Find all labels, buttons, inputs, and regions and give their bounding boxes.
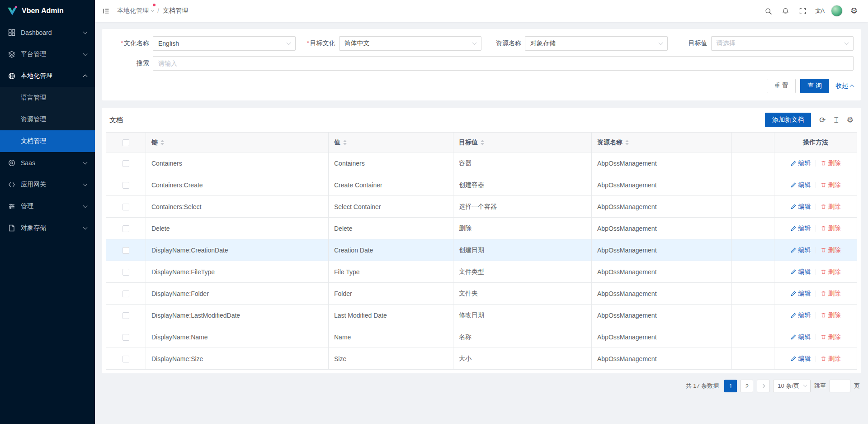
trash-icon bbox=[821, 356, 826, 362]
sidebar-item-dashboard[interactable]: Dashboard bbox=[0, 22, 95, 43]
row-checkbox[interactable] bbox=[123, 291, 129, 297]
table-settings-icon[interactable]: ⚙ bbox=[847, 116, 854, 124]
saas-icon bbox=[8, 159, 15, 167]
row-checkbox[interactable] bbox=[123, 334, 129, 341]
target-value-select[interactable]: 请选择 bbox=[711, 36, 854, 51]
delete-button[interactable]: 删除 bbox=[821, 311, 841, 319]
edit-button[interactable]: 编辑 bbox=[791, 203, 811, 211]
cell-resource: AbpOssManagement bbox=[592, 261, 732, 283]
sidebar-item-platform[interactable]: 平台管理 bbox=[0, 43, 95, 65]
field-resource-name: 资源名称 对象存储 bbox=[481, 36, 668, 51]
cell-resource: AbpOssManagement bbox=[592, 326, 732, 348]
logo-icon bbox=[6, 5, 18, 17]
edit-button[interactable]: 编辑 bbox=[791, 268, 811, 276]
delete-button[interactable]: 删除 bbox=[821, 268, 841, 276]
sort-icon[interactable] bbox=[625, 140, 629, 145]
trash-icon bbox=[821, 247, 826, 253]
row-checkbox[interactable] bbox=[123, 225, 129, 232]
delete-button[interactable]: 删除 bbox=[821, 203, 841, 211]
sidebar-item-language-management[interactable]: 语言管理 bbox=[0, 87, 95, 109]
page-jump-input[interactable] bbox=[830, 380, 850, 392]
field-search: 搜索 bbox=[109, 56, 854, 71]
translate-icon[interactable]: 文A bbox=[812, 2, 827, 20]
collapse-link[interactable]: 收起 bbox=[835, 82, 854, 90]
resource-name-select[interactable]: 对象存储 bbox=[525, 36, 668, 51]
sidebar-item-management[interactable]: 管理 bbox=[0, 195, 95, 217]
add-document-button[interactable]: 添加新文档 bbox=[765, 113, 811, 127]
sidebar-item-object-storage[interactable]: 对象存储 bbox=[0, 217, 95, 239]
dashboard-icon bbox=[8, 29, 15, 36]
edit-button[interactable]: 编辑 bbox=[791, 290, 811, 298]
page-button-1[interactable]: 1 bbox=[724, 380, 737, 392]
edit-button[interactable]: 编辑 bbox=[791, 181, 811, 189]
query-button[interactable]: 查 询 bbox=[800, 79, 829, 93]
cell-value: Last Modified Date bbox=[329, 305, 453, 326]
chevron-down-icon bbox=[844, 41, 849, 45]
bell-icon[interactable] bbox=[778, 2, 793, 20]
sidebar-item-resource-management[interactable]: 资源管理 bbox=[0, 109, 95, 130]
delete-button[interactable]: 删除 bbox=[821, 290, 841, 298]
page-button-2[interactable]: 2 bbox=[741, 380, 753, 392]
row-checkbox[interactable] bbox=[123, 312, 129, 319]
search-icon[interactable] bbox=[760, 2, 776, 20]
sidebar-item-saas[interactable]: Saas bbox=[0, 152, 95, 174]
delete-button[interactable]: 删除 bbox=[821, 246, 841, 254]
column-header-value: 值 bbox=[329, 133, 453, 152]
cell-target: 大小 bbox=[453, 348, 592, 370]
required-asterisk: * bbox=[121, 39, 123, 47]
sidebar-item-gateway[interactable]: 应用网关 bbox=[0, 174, 95, 195]
row-checkbox[interactable] bbox=[123, 247, 129, 254]
gear-icon[interactable]: ⚙ bbox=[846, 2, 862, 20]
sort-icon[interactable] bbox=[160, 140, 164, 145]
cell-spacer bbox=[732, 305, 774, 326]
breadcrumb-parent[interactable]: 本地化管理 bbox=[117, 7, 154, 15]
edit-button[interactable]: 编辑 bbox=[791, 246, 811, 254]
sidebar-item-localization[interactable]: 本地化管理 bbox=[0, 65, 95, 87]
target-culture-select[interactable]: 简体中文 bbox=[339, 36, 482, 51]
sort-icon[interactable] bbox=[343, 140, 347, 145]
search-input[interactable] bbox=[153, 56, 854, 71]
delete-button[interactable]: 删除 bbox=[821, 159, 841, 167]
jump-prefix-label: 跳至 bbox=[814, 382, 826, 390]
edit-button[interactable]: 编辑 bbox=[791, 224, 811, 233]
edit-button[interactable]: 编辑 bbox=[791, 311, 811, 319]
delete-button[interactable]: 删除 bbox=[821, 355, 841, 363]
app-logo[interactable]: Vben Admin bbox=[0, 0, 95, 22]
sort-icon[interactable] bbox=[481, 140, 484, 145]
column-header-target: 目标值 bbox=[453, 133, 592, 152]
avatar[interactable] bbox=[831, 5, 843, 17]
select-all-checkbox[interactable] bbox=[123, 139, 129, 146]
row-checkbox[interactable] bbox=[123, 182, 129, 189]
column-height-icon[interactable]: ⌶ bbox=[834, 116, 839, 124]
reset-button[interactable]: 重 置 bbox=[767, 79, 796, 93]
row-checkbox[interactable] bbox=[123, 269, 129, 276]
delete-button[interactable]: 删除 bbox=[821, 333, 841, 341]
page-size-select[interactable]: 10 条/页 bbox=[773, 380, 811, 392]
delete-button[interactable]: 删除 bbox=[821, 181, 841, 189]
edit-button[interactable]: 编辑 bbox=[791, 333, 811, 341]
culture-name-label: *文化名称 bbox=[109, 39, 153, 48]
column-header-resource: 资源名称 bbox=[592, 133, 732, 152]
chevron-up-icon bbox=[83, 75, 88, 79]
row-checkbox[interactable] bbox=[123, 160, 129, 167]
menu-fold-icon[interactable] bbox=[102, 7, 110, 15]
table-row-highlighted: DisplayName:CreationDate Creation Date 创… bbox=[106, 239, 857, 261]
cell-key: DisplayName:Size bbox=[146, 348, 329, 370]
culture-name-select[interactable]: English bbox=[153, 36, 296, 51]
cell-spacer bbox=[732, 326, 774, 348]
row-checkbox[interactable] bbox=[123, 204, 129, 210]
page-size-value: 10 条/页 bbox=[778, 382, 799, 390]
app-title: Vben Admin bbox=[22, 7, 64, 15]
edit-button[interactable]: 编辑 bbox=[791, 159, 811, 167]
fullscreen-icon[interactable] bbox=[795, 2, 810, 20]
sidebar-item-document-management[interactable]: 文档管理 bbox=[0, 130, 95, 152]
row-checkbox[interactable] bbox=[123, 356, 129, 362]
refresh-icon[interactable]: ⟳ bbox=[819, 116, 826, 124]
trash-icon bbox=[821, 312, 826, 318]
breadcrumb-current: 文档管理 bbox=[163, 7, 188, 15]
trash-icon bbox=[821, 225, 826, 231]
localization-icon bbox=[8, 72, 15, 80]
delete-button[interactable]: 删除 bbox=[821, 224, 841, 233]
next-page-button[interactable] bbox=[757, 380, 769, 392]
edit-button[interactable]: 编辑 bbox=[791, 355, 811, 363]
